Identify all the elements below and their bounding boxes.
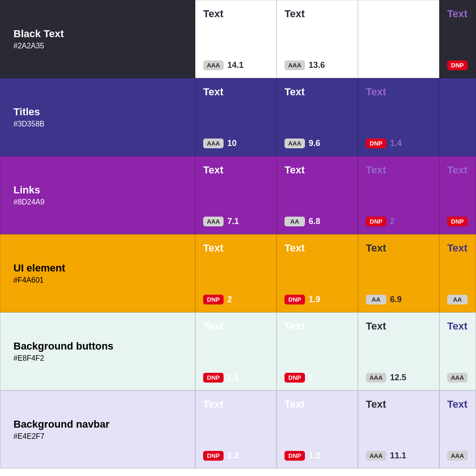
badge-row: AA 6.8: [284, 217, 350, 226]
text-sample: Text: [447, 398, 468, 410]
badge-row: AAA: [447, 373, 468, 383]
text-sample: Text: [447, 8, 468, 20]
ratio-value: 1: [309, 373, 313, 383]
text-sample: Text: [203, 242, 269, 254]
cell-r1-c2: Text DNP 1.4: [358, 78, 439, 156]
badge-aaa: AAA: [447, 373, 468, 383]
text-sample: Text: [447, 320, 468, 332]
row-label-links: Links #8D24A9: [0, 156, 195, 234]
badge-aaa: AAA: [203, 139, 224, 148]
badge-row: DNP 1: [284, 373, 350, 383]
ratio-value: 2: [227, 295, 232, 304]
ratio-value: 12.5: [390, 373, 406, 383]
badge-row: DNP 2: [203, 295, 269, 304]
badge-row: DNP 1.4: [366, 139, 431, 148]
badge-aaa: AAA: [284, 139, 305, 148]
ratio-value: 1.9: [309, 295, 320, 304]
badge-dnp: DNP: [447, 60, 468, 70]
cell-r4-c1: Text DNP 1: [277, 312, 358, 390]
text-sample: Text: [284, 8, 350, 20]
badge-row: DNP 2: [366, 217, 431, 226]
text-sample: Text: [447, 164, 468, 176]
badge-aaa: AAA: [366, 373, 386, 383]
cell-r4-c3: Text AAA: [439, 312, 476, 390]
badge-row: DNP 1.2: [203, 451, 269, 461]
cell-r1-c0: Text AAA 10: [195, 78, 277, 156]
row-hex: #3D358B: [13, 120, 182, 128]
text-sample: Text: [366, 320, 431, 332]
badge-row: AAA 12.5: [366, 373, 431, 383]
badge-dnp: DNP: [284, 295, 305, 304]
ratio-value: 14.1: [227, 60, 244, 70]
ratio-value: 1.2: [309, 451, 320, 461]
cell-r0-c1: Text AAA 13.6: [277, 0, 358, 78]
cell-r4-c0: Text DNP 1.1: [195, 312, 277, 390]
badge-row: AAA 7.1: [203, 217, 269, 226]
row-label-bg-buttons: Background buttons #E8F4F2: [0, 312, 195, 390]
cell-r1-c3: [439, 78, 476, 156]
row-label-titles: Titles #3D358B: [0, 78, 195, 156]
row-label-black-text: Black Text #2A2A35: [0, 0, 195, 78]
badge-aaa: AAA: [366, 451, 386, 461]
badge-row: AA 6.9: [366, 295, 431, 304]
ratio-value: 1.4: [390, 139, 402, 148]
text-sample: Text: [284, 86, 350, 98]
cell-r5-c2: Text AAA 11.1: [358, 390, 439, 469]
badge-aaa: AAA: [284, 60, 305, 70]
ratio-value: 11.1: [390, 451, 406, 461]
row-name: Titles: [13, 106, 182, 118]
cell-r5-c1: Text DNP 1.2: [277, 390, 358, 469]
text-sample: Text: [366, 242, 431, 254]
text-sample: Text: [203, 8, 269, 20]
badge-dnp: DNP: [203, 373, 224, 383]
cell-r5-c0: Text DNP 1.2: [195, 390, 277, 469]
ratio-value: 9.6: [309, 139, 320, 148]
text-sample: Text: [203, 398, 269, 410]
ratio-value: 13.6: [309, 60, 325, 70]
row-name: Background buttons: [13, 340, 182, 352]
ratio-value: 6.9: [390, 295, 402, 304]
badge-row: AAA 14.1: [203, 60, 269, 70]
ratio-value: 10: [227, 139, 237, 148]
cell-r2-c0: Text AAA 7.1: [195, 156, 277, 234]
row-hex: #2A2A35: [13, 42, 182, 50]
badge-aaa: AAA: [203, 60, 224, 70]
cell-r3-c2: Text AA 6.9: [358, 234, 439, 312]
text-sample: Text: [366, 86, 431, 98]
badge-row: AA: [447, 295, 468, 304]
row-name: UI element: [13, 262, 182, 274]
badge-row: AAA 10: [203, 139, 269, 148]
badge-row: DNP: [447, 60, 468, 70]
ratio-value: 1.2: [227, 451, 239, 461]
cell-r3-c1: Text DNP 1.9: [277, 234, 358, 312]
text-sample: Text: [284, 398, 350, 410]
cell-r3-c3: Text AA: [439, 234, 476, 312]
text-sample: Text: [284, 320, 350, 332]
badge-row: AAA 13.6: [284, 60, 350, 70]
badge-aa: AA: [284, 217, 305, 226]
text-sample: Text: [366, 164, 431, 176]
badge-dnp: DNP: [366, 139, 386, 148]
badge-aa: AA: [447, 295, 468, 304]
ratio-value: 7.1: [227, 217, 239, 226]
badge-dnp: DNP: [284, 373, 305, 383]
cell-r3-c0: Text DNP 2: [195, 234, 277, 312]
badge-row: AAA 9.6: [284, 139, 350, 148]
badge-dnp: DNP: [203, 451, 224, 461]
row-label-bg-navbar: Background navbar #E4E2F7: [0, 390, 195, 469]
cell-r4-c2: Text AAA 12.5: [358, 312, 439, 390]
row-hex: #E4E2F7: [13, 432, 182, 441]
badge-row: AAA 11.1: [366, 451, 431, 461]
text-sample: Text: [203, 164, 269, 176]
text-sample: Text: [447, 242, 468, 254]
cell-r2-c2: Text DNP 2: [358, 156, 439, 234]
text-sample: Text: [284, 242, 350, 254]
row-hex: #E8F4F2: [13, 354, 182, 363]
badge-dnp: DNP: [366, 217, 386, 226]
badge-dnp: DNP: [203, 295, 224, 304]
text-sample: Text: [203, 320, 269, 332]
text-sample: Text: [203, 86, 269, 98]
badge-dnp: DNP: [447, 217, 468, 226]
badge-aaa: AAA: [447, 451, 468, 461]
text-sample: Text: [366, 398, 431, 410]
